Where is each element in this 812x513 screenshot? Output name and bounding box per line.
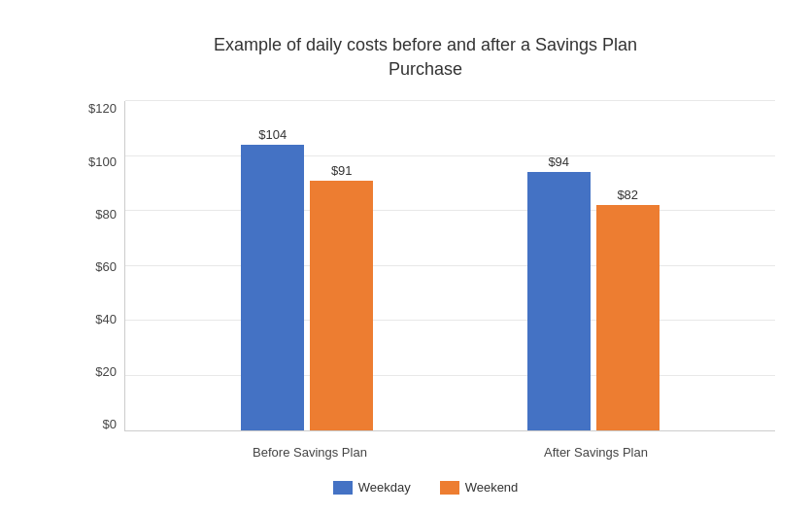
y-axis: $0 $20 $40 $60 $80 $100 $120 (76, 101, 124, 431)
bar-label-after-weekday: $94 (548, 154, 569, 169)
y-label-60: $60 (95, 259, 117, 274)
y-label-100: $100 (88, 154, 117, 169)
bar-wrapper-before-weekend: $91 (310, 163, 373, 431)
bar-label-before-weekend: $91 (331, 163, 353, 178)
y-label-0: $0 (103, 417, 117, 431)
bar-label-after-weekend: $82 (617, 188, 638, 202)
bars-row-after: $94 $82 (527, 154, 660, 430)
x-labels: Before Savings Plan After Savings Plan (125, 445, 775, 460)
plot-area: $104 $91 $94 (124, 101, 775, 431)
chart-title-line1: Example of daily costs before and after … (214, 35, 637, 54)
bar-after-weekend (596, 205, 660, 430)
bar-group-after: $94 $82 (527, 154, 660, 430)
chart-title: Example of daily costs before and after … (76, 33, 775, 82)
legend-item-weekend: Weekend (440, 480, 519, 495)
chart-area: $0 $20 $40 $60 $80 $100 $120 (76, 101, 775, 431)
legend-item-weekday: Weekday (333, 480, 411, 495)
bar-wrapper-after-weekday: $94 (527, 154, 591, 430)
chart-title-line2: Purchase (389, 59, 462, 79)
bar-wrapper-before-weekday: $104 (241, 127, 304, 431)
x-label-before: Before Savings Plan (253, 445, 367, 460)
legend-label-weekday: Weekday (358, 480, 411, 495)
chart-container: Example of daily costs before and after … (17, 14, 795, 499)
bar-wrapper-after-weekend: $82 (596, 188, 660, 430)
bar-before-weekend (310, 181, 373, 431)
y-label-80: $80 (95, 207, 117, 222)
bar-before-weekday (241, 145, 304, 431)
y-label-120: $120 (88, 101, 117, 116)
legend-label-weekend: Weekend (465, 480, 519, 495)
legend-color-weekend (440, 481, 459, 495)
bar-group-before: $104 $91 (241, 127, 373, 431)
legend: Weekday Weekend (76, 480, 775, 495)
groups-wrapper: $104 $91 $94 (125, 101, 775, 430)
bar-label-before-weekday: $104 (258, 127, 287, 142)
bars-row-before: $104 $91 (241, 127, 373, 431)
legend-color-weekday (333, 481, 353, 495)
y-label-20: $20 (95, 364, 117, 379)
bar-after-weekday (527, 172, 591, 430)
x-label-after: After Savings Plan (544, 445, 648, 460)
y-label-40: $40 (95, 312, 117, 326)
